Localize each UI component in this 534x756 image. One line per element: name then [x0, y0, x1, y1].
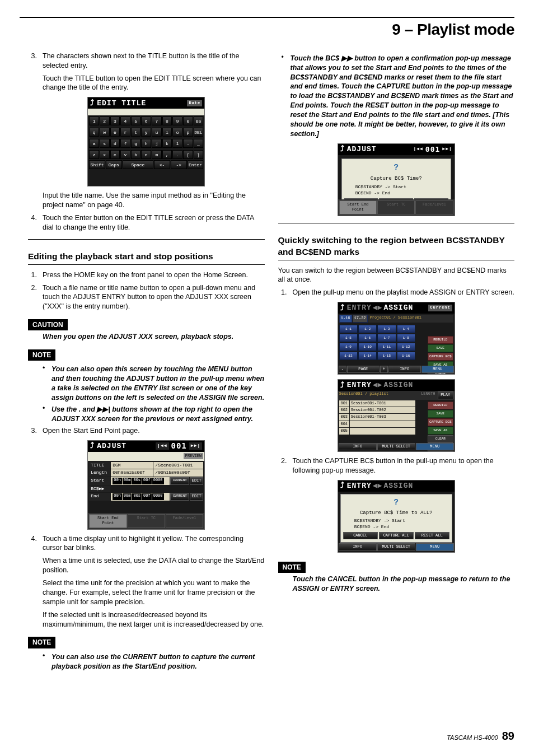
key-r: r — [120, 128, 130, 137]
edit-title-screenshot: ⤴ EDIT TITLE Date 1234567890BSqwertyuiop… — [87, 97, 205, 186]
assign-cell: 1-11 — [377, 343, 396, 351]
step-4: 4. Touch the Enter button on the EDIT TI… — [28, 213, 265, 232]
key-m: m — [152, 150, 162, 159]
assign-cell: 1-2 — [358, 325, 377, 333]
key-i: i — [162, 128, 172, 137]
key-x: x — [100, 150, 110, 159]
key-1: 1 — [89, 116, 99, 125]
heading-edit-positions: Editing the playback start and stop posi… — [28, 251, 265, 265]
key-o: o — [172, 128, 182, 137]
switch-icon: ◀▶ — [373, 380, 383, 390]
back-icon: ⤴ — [340, 144, 345, 155]
caution-label: CAUTION — [28, 319, 68, 330]
key-3: 3 — [110, 116, 120, 125]
key-2: 2 — [100, 116, 110, 125]
key-l: l — [172, 139, 182, 148]
key-9: 9 — [172, 116, 182, 125]
date-button: Date — [187, 100, 202, 106]
side-btn: SAVE AS — [428, 427, 453, 435]
prev-icon: |◀◀ — [413, 146, 423, 152]
key-.: . — [172, 150, 182, 159]
key-,: , — [162, 150, 172, 159]
assign-cell: 1-5 — [339, 334, 358, 342]
key-z: z — [89, 150, 99, 159]
key-space: Space — [123, 160, 153, 169]
side-btn: SAVE — [428, 344, 453, 352]
side-btn: CAPTURE BC$ — [428, 353, 453, 361]
assign-cell: 1-3 — [377, 325, 396, 333]
key-del: DEL — [194, 128, 204, 137]
key-h: h — [141, 139, 151, 148]
key-[: [ — [183, 150, 193, 159]
key-0: 0 — [183, 116, 193, 125]
assign-cell: 1-10 — [358, 343, 377, 351]
page-title: 9 – Playlist mode — [392, 19, 514, 40]
side-btn: REBUILD — [428, 402, 453, 409]
side-btn: CAPTURE BC$ — [428, 418, 453, 426]
right-top-bullet: • Touch the BC$ ▶▶ button to open a conf… — [282, 54, 515, 139]
key-n: n — [141, 150, 151, 159]
edit-step-1: 1. Press the HOME key on the front panel… — [28, 270, 265, 280]
key-j: j — [152, 139, 162, 148]
key-e: e — [110, 128, 120, 137]
assign-cell: 1-4 — [397, 325, 415, 333]
adjust-screenshot: ⤴ ADJUST |◀◀ 001 ▶▶| PREVIEW TITLE BGM /… — [87, 440, 205, 530]
edit-step-4: 4. Touch a time display unit to highligh… — [28, 534, 265, 553]
key-shift: Shift — [89, 160, 105, 169]
note-label-right: NOTE — [278, 562, 306, 573]
back-icon: ⤴ — [340, 380, 345, 391]
note-text-right: Touch the CANCEL button in the pop-up me… — [293, 575, 515, 594]
key-]: ] — [194, 150, 204, 159]
key-4: 4 — [120, 116, 130, 125]
note-bullet-2: • Use the . and ▶▶| buttons shown at the… — [43, 405, 265, 424]
step-3: 3. The characters shown next to the TITL… — [28, 52, 265, 71]
footer: TASCAM HS-4000 89 — [447, 729, 514, 744]
assign-screenshot: ⤴ ENTRY ◀▶ ASSIGN Current 1-16 17-32 Pro… — [338, 302, 455, 375]
edit-step-2: 2. Touch a file name or title name butto… — [28, 283, 265, 312]
preview-button: PREVIEW — [184, 453, 203, 459]
page-number: 89 — [502, 730, 514, 742]
quick-step-1: 1. Open the pull-up menu on the playlist… — [278, 288, 515, 297]
key-q: q — [89, 128, 99, 137]
key-y: y — [141, 128, 151, 137]
question-icon: ? — [344, 162, 448, 173]
key-b: b — [131, 150, 141, 159]
assign-cell: 1-16 — [397, 352, 415, 360]
adjust-popup-screenshot: ⤴ ADJUST |◀◀ 001 ▶▶| ? Capture BC$ Time?… — [338, 143, 455, 216]
key-<-: <- — [154, 160, 170, 169]
key-t: t — [131, 128, 141, 137]
key-->: -> — [171, 160, 187, 169]
assign-cell: 1-1 — [339, 325, 358, 333]
entry-screenshot: ⤴ ENTRY ◀▶ ASSIGN Session001 / playlist … — [338, 379, 455, 452]
assign-cell: 1-14 — [358, 352, 377, 360]
assign-cell: 1-12 — [397, 343, 415, 351]
switch-icon: ◀▶ — [373, 303, 383, 313]
key-caps: Caps — [106, 160, 122, 169]
back-icon: ⤴ — [90, 98, 95, 109]
key-5: 5 — [131, 116, 141, 125]
header-bar: 9 – Playlist mode — [20, 17, 514, 40]
key-k: k — [162, 139, 172, 148]
heading-quick-switch: Quickly switching to the region between … — [278, 235, 515, 260]
key-_: _ — [194, 139, 204, 148]
key-bs: BS — [194, 116, 204, 125]
key-8: 8 — [162, 116, 172, 125]
content-columns: 3. The characters shown next to the TITL… — [0, 40, 534, 674]
back-icon: ⤴ — [90, 441, 95, 451]
caution-text: When you open the ADJUST XXX screen, pla… — [43, 332, 265, 342]
side-btn: SAVE — [428, 410, 453, 418]
quick-step-2: 2. Touch the CAPTURE BC$ button in the p… — [278, 456, 515, 475]
assign-cell: 1-15 — [377, 352, 396, 360]
prev-icon: |◀◀ — [156, 442, 168, 450]
edit-step-3: 3. Open the Start End Point page. — [28, 426, 265, 436]
assign-cell: 1-13 — [339, 352, 358, 360]
side-btn: REBUILD — [428, 336, 453, 344]
popup-all-screenshot: ⤴ ENTRY ◀▶ ASSIGN ? Capture BC$ Time to … — [338, 480, 455, 553]
next-icon: ▶▶| — [189, 442, 202, 450]
key-g: g — [131, 139, 141, 148]
key-p: p — [183, 128, 193, 137]
right-column: • Touch the BC$ ▶▶ button to open a conf… — [278, 52, 515, 674]
key-u: u — [152, 128, 162, 137]
back-icon: ⤴ — [340, 480, 345, 491]
back-icon: ⤴ — [340, 303, 345, 314]
